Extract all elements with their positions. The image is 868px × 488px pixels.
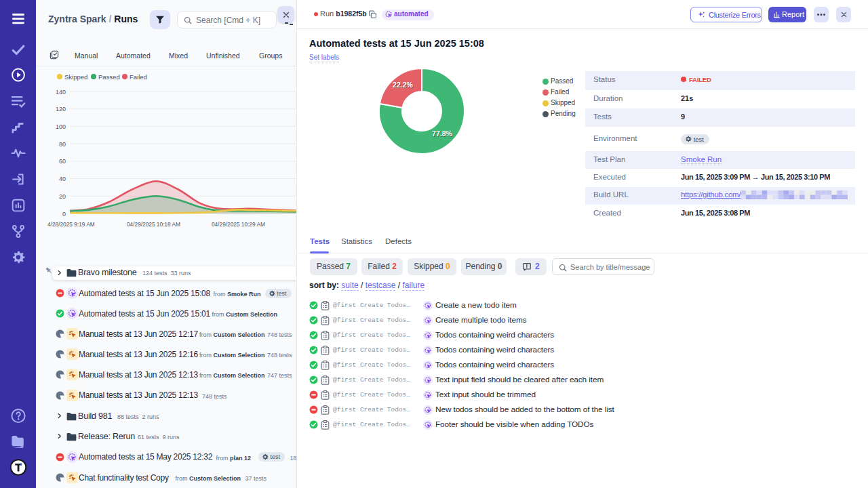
svg-text:100: 100 [56, 123, 66, 130]
svg-text:04/29/2025 10:18 AM: 04/29/2025 10:18 AM [127, 221, 180, 228]
svg-text:120: 120 [56, 106, 66, 113]
svg-text:4/28/2025 9:19 AM: 4/28/2025 9:19 AM [47, 221, 95, 228]
svg-text:04/29/2025 10:29 AM: 04/29/2025 10:29 AM [212, 221, 265, 228]
svg-text:77.8%: 77.8% [432, 129, 452, 138]
svg-text:22.2%: 22.2% [393, 81, 413, 89]
svg-text:80: 80 [59, 141, 66, 148]
svg-text:40: 40 [59, 176, 66, 182]
svg-text:60: 60 [59, 158, 66, 165]
svg-text:0: 0 [62, 211, 66, 218]
svg-text:140: 140 [56, 89, 66, 96]
svg-text:20: 20 [59, 193, 66, 200]
